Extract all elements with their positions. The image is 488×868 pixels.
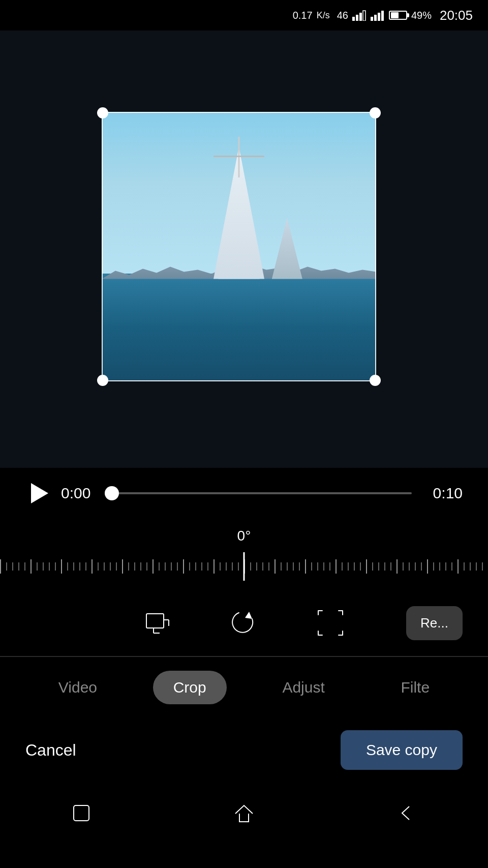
playback-controls: 0:00 0:10 — [0, 468, 488, 519]
crop-overlay-left — [0, 112, 102, 381]
crop-handle-top-right[interactable] — [370, 107, 381, 118]
recent-apps-button[interactable] — [66, 798, 97, 828]
current-time: 0:00 — [61, 485, 102, 502]
aspect-ratio-button[interactable] — [135, 600, 180, 646]
system-nav-bar — [0, 778, 488, 868]
tab-adjust[interactable]: Adjust — [262, 671, 345, 704]
svg-rect-6 — [378, 13, 380, 21]
svg-rect-2 — [359, 13, 362, 21]
play-button[interactable] — [25, 481, 51, 506]
tab-bar: Video Crop Adjust Filte — [0, 657, 488, 718]
crop-overlay-bottom — [0, 381, 488, 468]
aspect-ratio-icon — [142, 608, 173, 638]
save-copy-button[interactable]: Save copy — [341, 730, 463, 770]
total-time: 0:10 — [422, 485, 463, 502]
cancel-button[interactable]: Cancel — [25, 741, 76, 760]
svg-rect-3 — [363, 11, 365, 21]
tools-section: Re... — [0, 590, 488, 656]
tab-video[interactable]: Video — [38, 671, 117, 704]
back-button[interactable] — [391, 798, 422, 828]
battery-percent: 49% — [411, 10, 432, 21]
svg-rect-0 — [352, 17, 355, 21]
ruler-center-indicator — [243, 552, 245, 581]
svg-rect-4 — [371, 17, 373, 21]
back-nav-icon — [394, 800, 419, 826]
crop-overlay-top — [0, 31, 488, 112]
play-triangle-icon — [31, 483, 48, 503]
crop-overlay-right — [376, 112, 488, 381]
tab-filter[interactable]: Filte — [380, 671, 450, 704]
svg-rect-7 — [381, 11, 384, 21]
speed-unit: K/s — [317, 10, 330, 21]
signal-icon-2 — [371, 10, 385, 21]
signal-icon — [352, 10, 367, 21]
reset-label: Re... — [420, 615, 448, 631]
svg-rect-5 — [374, 15, 377, 21]
rotate-button[interactable] — [221, 600, 267, 646]
rotation-section: 0° — [0, 519, 488, 590]
preview-inner — [0, 31, 488, 468]
scrubber-thumb[interactable] — [105, 486, 119, 500]
rotation-ruler[interactable] — [25, 552, 463, 581]
status-bar: 0.17 K/s 46 49% 20:05 — [0, 0, 488, 31]
freeform-crop-icon — [315, 608, 346, 638]
home-button[interactable] — [229, 798, 259, 828]
time-display: 20:05 — [440, 8, 473, 23]
crop-handle-bottom-left[interactable] — [97, 375, 108, 386]
reset-button[interactable]: Re... — [406, 606, 463, 640]
tab-crop[interactable]: Crop — [153, 671, 227, 704]
tab-crop-label: Crop — [173, 679, 206, 696]
video-preview-area — [0, 31, 488, 468]
home-nav-icon — [231, 800, 257, 826]
rotation-value: 0° — [237, 528, 251, 544]
rotate-icon — [229, 608, 259, 638]
tab-filter-label: Filte — [401, 679, 430, 696]
square-nav-icon — [69, 800, 94, 826]
crop-handle-top-left[interactable] — [97, 107, 108, 118]
lte-indicator: 46 — [337, 10, 348, 21]
svg-rect-8 — [146, 614, 164, 628]
save-copy-label: Save copy — [366, 741, 437, 758]
crop-handle-bottom-right[interactable] — [370, 375, 381, 386]
crop-frame[interactable] — [102, 112, 376, 381]
cancel-label: Cancel — [25, 741, 76, 759]
svg-rect-1 — [356, 15, 358, 21]
svg-rect-13 — [74, 805, 89, 821]
tab-video-label: Video — [58, 679, 97, 696]
freeform-crop-button[interactable] — [308, 600, 353, 646]
tab-adjust-label: Adjust — [282, 679, 324, 696]
speed-indicator: 0.17 — [293, 10, 313, 21]
battery-icon — [389, 11, 407, 20]
action-bar: Cancel Save copy — [0, 722, 488, 778]
scrubber-track[interactable] — [112, 492, 412, 494]
